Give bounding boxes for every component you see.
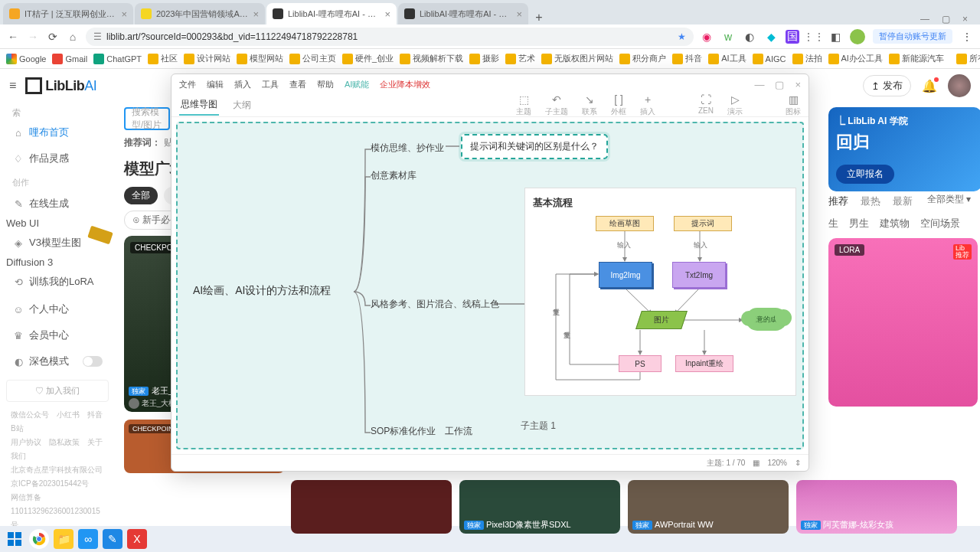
bookmark[interactable]: ChatGPT bbox=[93, 54, 142, 64]
bookmark[interactable]: Google bbox=[6, 54, 46, 64]
menu-view[interactable]: 查看 bbox=[289, 79, 306, 90]
hamburger-icon[interactable]: ≡ bbox=[9, 79, 16, 93]
sidebar-item-lora[interactable]: ⟲训练我的LoRA bbox=[6, 269, 109, 294]
bookmark-folder[interactable]: 设计网站 bbox=[184, 53, 230, 64]
sidebar-item-darkmode[interactable]: ◐深色模式 bbox=[6, 349, 109, 374]
banner-button[interactable]: 立即报名 bbox=[836, 165, 894, 184]
branch-node[interactable]: 风格参考、图片混合、线稿上色 bbox=[371, 298, 499, 311]
home-icon[interactable]: ⌂ bbox=[66, 30, 80, 44]
model-card[interactable] bbox=[291, 480, 452, 534]
extensions-icon[interactable]: ⋮⋮ bbox=[807, 30, 821, 44]
sort-hot[interactable]: 最热 bbox=[861, 194, 880, 208]
tool-subtopic[interactable]: ↶子主题 bbox=[545, 93, 568, 117]
model-card[interactable]: 独家 AWPortrait WW bbox=[628, 480, 789, 534]
panel-icon[interactable]: ◧ bbox=[828, 30, 842, 44]
bookmark-folder[interactable]: 硬件_创业 bbox=[342, 53, 394, 64]
tab-outline[interactable]: 大纲 bbox=[231, 96, 253, 115]
toggle[interactable] bbox=[83, 356, 103, 367]
browser-tab[interactable]: IT桔子 | 泛互联网创业投资项目…× bbox=[3, 3, 133, 24]
bookmark[interactable]: Gmail bbox=[52, 54, 87, 64]
sidebar-item-v3[interactable]: ◈V3模型生图 bbox=[6, 230, 109, 255]
root-node[interactable]: AI绘画、AI设计的方法和流程 bbox=[193, 284, 331, 298]
chrome-icon[interactable] bbox=[29, 529, 49, 549]
bookmark-folder[interactable]: 无版权图片网站 bbox=[541, 53, 613, 64]
bookmark-folder[interactable]: 社区 bbox=[148, 53, 178, 64]
selected-node[interactable]: 提示词和关键词的区别是什么？ bbox=[461, 134, 608, 159]
bookmark-folder[interactable]: 法拍 bbox=[792, 53, 822, 64]
menu-edit[interactable]: 编辑 bbox=[207, 79, 224, 90]
menu-insert[interactable]: 插入 bbox=[234, 79, 251, 90]
xmind-icon[interactable]: X bbox=[127, 529, 147, 549]
sidebar-item-member[interactable]: ♛会员中心 bbox=[6, 323, 109, 348]
tool-zen[interactable]: ⛶ZEN bbox=[698, 93, 714, 117]
bookmark-folder[interactable]: 模型网站 bbox=[237, 53, 283, 64]
close-icon[interactable]: × bbox=[516, 8, 522, 20]
join-us-button[interactable]: ♡ 加入我们 bbox=[6, 380, 109, 402]
bookmark-folder[interactable]: 积分商户 bbox=[619, 53, 666, 64]
cat-chip[interactable]: 生 bbox=[828, 217, 838, 230]
bookmark-folder[interactable]: 摄影 bbox=[469, 53, 499, 64]
minimize-icon[interactable]: — bbox=[754, 79, 764, 90]
flow-result[interactable]: 满意的成图 bbox=[746, 308, 787, 331]
menu-icon[interactable]: ⋮ bbox=[960, 30, 974, 44]
avatar[interactable] bbox=[948, 74, 971, 97]
flow-inpaint[interactable]: Inpaint重绘 bbox=[675, 355, 733, 372]
menu-help[interactable]: 帮助 bbox=[317, 79, 334, 90]
maximize-icon[interactable]: ▢ bbox=[775, 79, 784, 90]
flow-sketch[interactable]: 绘画草图 bbox=[596, 216, 654, 231]
ext-icon[interactable]: ◆ bbox=[764, 30, 778, 44]
tool-present[interactable]: ▷演示 bbox=[727, 93, 743, 117]
cat-chip[interactable]: 男生 bbox=[849, 217, 869, 230]
cat-chip[interactable]: 空间场景 bbox=[920, 217, 960, 230]
model-card[interactable]: 独家 Pixel3D像素世界SDXL bbox=[459, 480, 620, 534]
bookmark-folder[interactable]: AI工具 bbox=[708, 53, 746, 64]
ext-icon[interactable]: w bbox=[721, 30, 735, 44]
branch-node[interactable]: 模仿思维、抄作业 bbox=[371, 142, 444, 155]
close-icon[interactable]: × bbox=[253, 8, 259, 20]
bookmark-folder[interactable]: 艺术 bbox=[505, 53, 535, 64]
flow-ps[interactable]: PS bbox=[619, 355, 662, 372]
site-info-icon[interactable]: ☰ bbox=[93, 31, 102, 42]
reload-icon[interactable]: ⟳ bbox=[46, 30, 60, 44]
mindmap-canvas[interactable]: AI绘画、AI设计的方法和流程 模仿思维、抄作业 创意素材库 风格参考、图片混合… bbox=[176, 122, 804, 449]
app-icon[interactable]: ✎ bbox=[103, 529, 122, 549]
bookmark-folder[interactable]: AI办公工具 bbox=[828, 53, 883, 64]
sidebar-item-inspire[interactable]: ♢作品灵感 bbox=[6, 146, 109, 171]
menu-tools[interactable]: 工具 bbox=[262, 79, 279, 90]
browser-tab[interactable]: LiblibAI·哩布哩布AI - 中国领…× bbox=[398, 3, 528, 24]
ext-icon[interactable]: 国 bbox=[786, 30, 799, 44]
back-icon[interactable]: ← bbox=[6, 30, 20, 44]
sidebar-item-home[interactable]: ⌂哩布首页 bbox=[6, 120, 109, 145]
subtopic-node[interactable]: 子主题 1 bbox=[521, 420, 556, 433]
map-icon[interactable]: ▦ bbox=[753, 459, 760, 467]
auto-update-pill[interactable]: 暂停自动账号更新 bbox=[873, 29, 952, 44]
bookmark-folder[interactable]: 抖音 bbox=[672, 53, 702, 64]
new-tab-button[interactable]: + bbox=[530, 11, 548, 24]
tab-mindmap[interactable]: 思维导图 bbox=[179, 95, 219, 116]
star-icon[interactable]: ★ bbox=[678, 31, 686, 42]
sidebar-item-online[interactable]: ✎在线生成 bbox=[6, 191, 109, 216]
sort-new[interactable]: 最新 bbox=[893, 194, 913, 208]
flow-image[interactable]: 图片 bbox=[635, 311, 688, 329]
tool-frame[interactable]: [ ]外框 bbox=[611, 93, 626, 117]
sort-recommend[interactable]: 推荐 bbox=[828, 194, 848, 208]
minimize-icon[interactable]: — bbox=[920, 14, 929, 24]
cat-chip[interactable]: 建筑物 bbox=[880, 217, 910, 230]
maximize-icon[interactable]: ▢ bbox=[942, 14, 950, 24]
explorer-icon[interactable]: 📁 bbox=[54, 529, 74, 549]
all-bookmarks[interactable]: 所有书签 bbox=[956, 53, 980, 64]
liblib-logo[interactable]: LibLibAI bbox=[25, 77, 96, 94]
browser-tab-active[interactable]: LiblibAI-哩布哩布AI - 中国领先…× bbox=[266, 3, 397, 24]
academy-banner[interactable]: ⎿ LibLib AI 学院 回归 立即报名 bbox=[828, 107, 980, 191]
branch-node[interactable]: SOP标准化作业 工作流 bbox=[371, 425, 472, 438]
profile-icon[interactable] bbox=[850, 29, 865, 44]
menu-file[interactable]: 文件 bbox=[179, 79, 196, 90]
flow-txt2img[interactable]: Txt2Img bbox=[672, 262, 726, 288]
chip-all[interactable]: 全部 bbox=[124, 187, 158, 204]
ext-icon[interactable]: ◐ bbox=[743, 30, 756, 44]
model-card[interactable]: LORA Lib 推荐 bbox=[828, 238, 978, 407]
start-button[interactable] bbox=[5, 529, 24, 549]
close-icon[interactable]: × bbox=[384, 8, 390, 20]
tool-insert[interactable]: +插入 bbox=[640, 93, 655, 117]
zoom-stepper-icon[interactable]: ⇕ bbox=[795, 459, 801, 467]
